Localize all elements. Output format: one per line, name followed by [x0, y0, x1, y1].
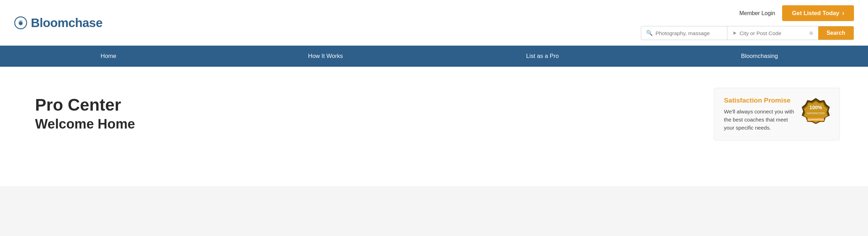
main-nav: Home How It Works List as a Pro Bloomcha… — [0, 46, 868, 67]
search-location-area: ➤ ⊕ — [727, 26, 818, 40]
nav-item-how-it-works[interactable]: How It Works — [217, 46, 434, 67]
svg-text:SATISFACTION: SATISFACTION — [807, 112, 825, 114]
member-login-link[interactable]: Member Login — [739, 10, 775, 17]
guarantee-badge-icon: 100% SATISFACTION GUARANTEED — [802, 97, 830, 125]
satisfaction-card: Satisfaction Promise We'll always connec… — [714, 88, 840, 140]
search-icon: 🔍 — [646, 30, 653, 36]
chevron-right-icon: › — [842, 9, 844, 17]
search-location-input[interactable] — [740, 30, 806, 36]
search-service-input[interactable] — [656, 30, 722, 36]
hero-subtitle: Welcome Home — [35, 115, 135, 133]
logo-text: Bloomchase — [31, 16, 102, 30]
satisfaction-text: Satisfaction Promise We'll always connec… — [724, 97, 796, 132]
logo-icon — [14, 16, 27, 29]
satisfaction-badge: 100% SATISFACTION GUARANTEED — [802, 97, 830, 126]
svg-text:GUARANTEED: GUARANTEED — [808, 118, 824, 121]
main-content: Pro Center Welcome Home Satisfaction Pro… — [0, 67, 868, 186]
nav-item-home[interactable]: Home — [0, 46, 217, 67]
search-service-area: 🔍 — [641, 26, 727, 40]
search-bar: 🔍 ➤ ⊕ Search — [641, 26, 854, 40]
location-icon: ➤ — [732, 30, 737, 36]
header-right: Member Login Get Listed Today › 🔍 ➤ ⊕ Se… — [641, 5, 854, 40]
top-actions: Member Login Get Listed Today › — [739, 5, 854, 21]
hero-title: Pro Center — [35, 95, 135, 115]
nav-item-bloomchasing[interactable]: Bloomchasing — [651, 46, 868, 67]
svg-point-1 — [19, 22, 22, 25]
get-listed-button[interactable]: Get Listed Today › — [782, 5, 854, 21]
header: Bloomchase Member Login Get Listed Today… — [0, 0, 868, 46]
logo-area: Bloomchase — [14, 16, 102, 30]
search-button[interactable]: Search — [818, 26, 854, 40]
satisfaction-body: We'll always connect you with the best c… — [724, 108, 796, 132]
hero-text: Pro Center Welcome Home — [14, 88, 135, 133]
nav-item-list-as-pro[interactable]: List as a Pro — [434, 46, 651, 67]
satisfaction-title: Satisfaction Promise — [724, 97, 796, 104]
svg-text:100%: 100% — [809, 105, 822, 110]
crosshair-icon: ⊕ — [809, 30, 813, 36]
